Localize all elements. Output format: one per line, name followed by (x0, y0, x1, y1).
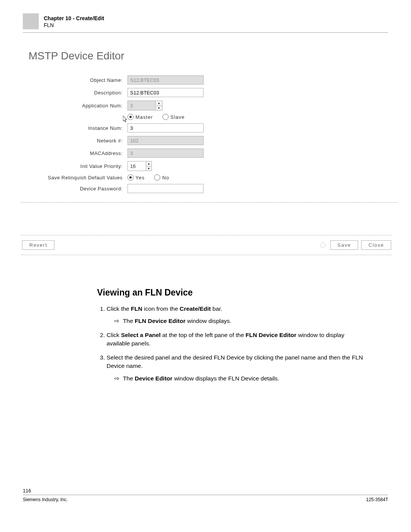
steps-list: Click the FLN icon from the Create/Edit … (97, 305, 365, 383)
input-instance-num[interactable] (127, 123, 204, 133)
editor-title: MSTP Device Editor (29, 50, 398, 62)
label-instance-num: Instance Num: (29, 125, 127, 131)
page-number: 116 (23, 488, 388, 495)
revert-button[interactable]: Revert (22, 240, 54, 250)
spinner-init-value-priority[interactable]: ▲ ▼ (127, 161, 152, 171)
radio-yes[interactable]: Yes (127, 174, 145, 181)
spinner-down-icon[interactable]: ▼ (146, 166, 151, 171)
input-description[interactable] (127, 88, 204, 97)
input-device-password[interactable] (127, 184, 204, 193)
radio-label-no: No (162, 175, 169, 181)
save-button[interactable]: Save (330, 240, 358, 250)
step-3: Select the desired panel and the desired… (107, 353, 365, 383)
label-description: Description: (29, 90, 127, 96)
spinner-up-icon[interactable]: ▲ (156, 101, 162, 106)
radio-label-master: Master (135, 114, 153, 120)
label-network-num: Network #: (29, 138, 127, 144)
step-2: Click Select a Panel at the top of the l… (107, 331, 365, 348)
status-circle-icon (320, 243, 325, 248)
step-1-sub: The FLN Device Editor window displays. (114, 317, 365, 325)
input-network-num[interactable] (127, 136, 204, 145)
radio-no[interactable]: No (154, 174, 169, 181)
radio-label-slave: Slave (170, 114, 185, 120)
radio-circle-no[interactable] (154, 174, 160, 181)
label-object-name: Object Name: (29, 77, 127, 83)
radio-label-yes: Yes (135, 175, 145, 181)
spinner-down-icon[interactable]: ▼ (156, 106, 162, 110)
radio-circle-yes[interactable] (127, 174, 134, 181)
radio-master[interactable]: Master (127, 114, 153, 120)
label-application-num: Application Num: (29, 103, 127, 109)
spinner-application-num[interactable]: ▲ ▼ (127, 101, 162, 110)
radio-circle-master[interactable] (127, 114, 134, 120)
chapter-subtitle: FLN (44, 22, 104, 28)
input-mac-address[interactable] (127, 149, 204, 158)
footer-docnum: 125-3584T (366, 497, 388, 502)
label-mac-address: MACAddress: (29, 150, 127, 156)
editor-panel: MSTP Device Editor Object Name: Descript… (21, 46, 398, 203)
footer-company: Siemens Industry, Inc. (23, 497, 68, 502)
label-init-value-priority: Init Value Priority: (29, 163, 127, 169)
page-header: Chapter 10 - Create/Edit FLN (23, 13, 388, 33)
radio-group-mode: Master Slave (127, 114, 185, 120)
button-row: Revert Save Close (21, 235, 392, 255)
input-application-num[interactable] (128, 101, 155, 110)
chapter-icon (23, 13, 39, 29)
radio-slave[interactable]: Slave (162, 114, 185, 120)
radio-circle-slave[interactable] (162, 114, 169, 120)
input-init-value-priority[interactable] (128, 161, 146, 171)
label-save-relinquish: Save Relinquish Default Values (29, 175, 127, 181)
step-1: Click the FLN icon from the Create/Edit … (107, 305, 365, 326)
step-3-sub: The Device Editor window displays the FL… (114, 374, 365, 383)
section-heading: Viewing an FLN Device (97, 288, 388, 298)
radio-group-save: Yes No (127, 174, 169, 181)
input-object-name[interactable] (127, 75, 204, 85)
label-device-password: Device Password: (29, 186, 127, 192)
chapter-title: Chapter 10 - Create/Edit (44, 15, 104, 21)
spinner-up-icon[interactable]: ▲ (146, 161, 151, 166)
page-footer: 116 Siemens Industry, Inc. 125-3584T (0, 488, 411, 510)
close-button[interactable]: Close (361, 240, 391, 250)
